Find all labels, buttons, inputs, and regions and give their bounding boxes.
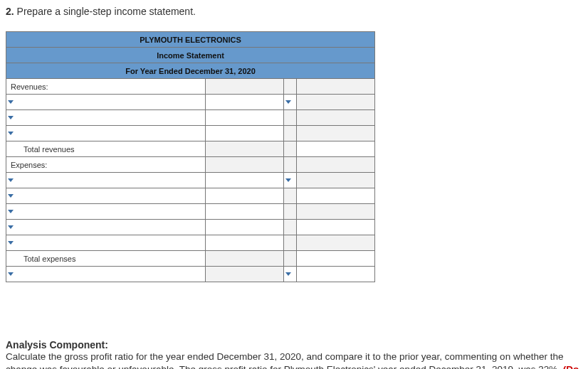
question-text: Prepare a single-step income statement.	[17, 6, 196, 17]
cell[interactable]	[206, 110, 284, 126]
revenue-item-dropdown[interactable]	[6, 126, 206, 141]
cell[interactable]	[206, 79, 284, 95]
cell[interactable]	[206, 220, 284, 235]
expense-item-dropdown[interactable]	[6, 235, 206, 251]
expense-item-dropdown[interactable]	[6, 188, 206, 204]
cell[interactable]	[206, 95, 284, 110]
net-line-dropdown[interactable]	[6, 267, 206, 282]
cell[interactable]	[297, 188, 375, 204]
cell[interactable]	[297, 110, 375, 126]
analysis-heading: Analysis Component:	[6, 339, 582, 351]
cell[interactable]	[297, 95, 375, 110]
cell[interactable]	[206, 204, 284, 220]
cell[interactable]	[297, 267, 375, 282]
cell[interactable]	[297, 204, 375, 220]
cell-dropdown[interactable]	[284, 95, 297, 110]
cell-dropdown[interactable]	[284, 173, 297, 188]
expense-item-dropdown[interactable]	[6, 204, 206, 220]
cell[interactable]	[297, 220, 375, 235]
cell[interactable]	[206, 141, 284, 157]
total-expenses-label: Total expenses	[6, 251, 206, 267]
analysis-component: Analysis Component: Calculate the gross …	[6, 339, 582, 369]
cell[interactable]	[297, 235, 375, 251]
cell	[284, 188, 297, 204]
cell[interactable]	[297, 126, 375, 141]
analysis-text: Calculate the gross profit ratio for the…	[6, 351, 563, 369]
cell[interactable]	[206, 126, 284, 141]
revenue-item-dropdown[interactable]	[6, 110, 206, 126]
expense-item-dropdown[interactable]	[6, 173, 206, 188]
cell	[284, 204, 297, 220]
cell[interactable]	[297, 141, 375, 157]
table-header-company: PLYMOUTH ELECTRONICS	[6, 32, 375, 48]
total-revenues-label: Total revenues	[6, 141, 206, 157]
cell[interactable]	[297, 157, 375, 173]
expenses-label: Expenses:	[6, 157, 206, 173]
cell-dropdown[interactable]	[284, 267, 297, 282]
cell	[284, 157, 297, 173]
cell	[284, 220, 297, 235]
cell[interactable]	[206, 157, 284, 173]
table-header-period: For Year Ended December 31, 2020	[6, 63, 375, 79]
expense-item-dropdown[interactable]	[6, 220, 206, 235]
cell[interactable]	[206, 173, 284, 188]
cell	[284, 251, 297, 267]
cell[interactable]	[206, 267, 284, 282]
cell	[284, 141, 297, 157]
revenues-label: Revenues:	[6, 79, 206, 95]
analysis-body: Calculate the gross profit ratio for the…	[6, 351, 582, 369]
cell[interactable]	[206, 251, 284, 267]
cell[interactable]	[297, 251, 375, 267]
question-prompt: 2. Prepare a single-step income statemen…	[6, 6, 582, 17]
cell	[284, 126, 297, 141]
cell	[284, 235, 297, 251]
income-statement-table: PLYMOUTH ELECTRONICS Income Statement Fo…	[6, 31, 375, 282]
cell[interactable]	[297, 79, 375, 95]
cell[interactable]	[206, 188, 284, 204]
cell	[284, 79, 297, 95]
revenue-item-dropdown[interactable]	[6, 95, 206, 110]
question-number: 2.	[6, 6, 14, 17]
cell	[284, 110, 297, 126]
cell[interactable]	[297, 173, 375, 188]
table-header-title: Income Statement	[6, 48, 375, 63]
cell[interactable]	[206, 235, 284, 251]
